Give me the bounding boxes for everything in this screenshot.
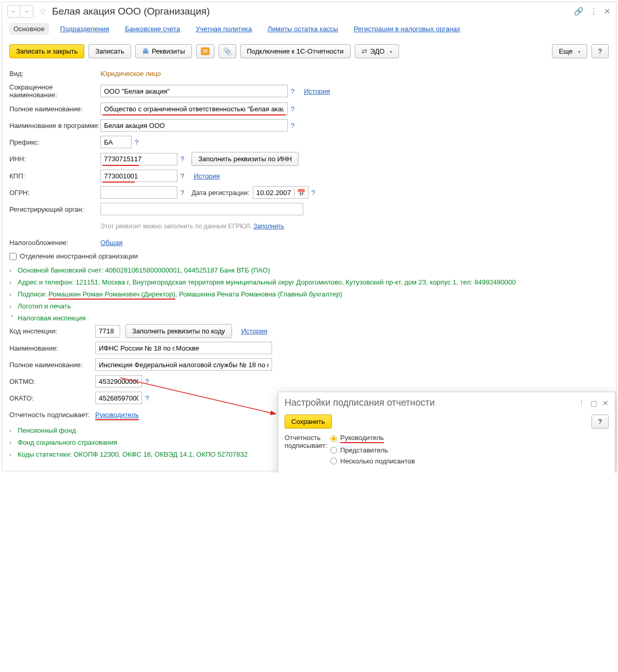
- edo-button[interactable]: ⇄ЭДО: [355, 44, 400, 58]
- help-button[interactable]: ?: [591, 44, 609, 58]
- kind-value: Юридическое лицо: [100, 70, 161, 77]
- chevron-down-icon: [388, 47, 392, 55]
- more-button[interactable]: Еще: [552, 44, 587, 58]
- chevron-right-icon: ›: [9, 303, 16, 309]
- full-name-label: Полное наименование:: [9, 105, 100, 113]
- help-icon[interactable]: ?: [291, 87, 294, 95]
- tab-accounting-policy[interactable]: Учетная политика: [191, 23, 256, 35]
- kebab-icon[interactable]: ⋮: [578, 399, 585, 407]
- radio-representative[interactable]: Представитель: [330, 446, 415, 454]
- history-link[interactable]: История: [241, 327, 267, 335]
- report-signer-label: Отчетность подписывает:: [9, 411, 95, 419]
- help-icon[interactable]: ?: [181, 172, 184, 180]
- save-button[interactable]: Записать: [88, 44, 131, 58]
- link-icon[interactable]: 🔗: [574, 7, 584, 16]
- maximize-icon[interactable]: ▢: [590, 399, 597, 407]
- connect-1c-button[interactable]: Подключение к 1С-Отчетности: [240, 44, 351, 58]
- insp-full-input[interactable]: [95, 358, 272, 371]
- print-icon: 🖶: [142, 47, 149, 55]
- dialog-help-button[interactable]: ?: [591, 415, 609, 429]
- save-close-button[interactable]: Записать и закрыть: [9, 44, 84, 58]
- prefix-label: Префикс:: [9, 138, 100, 146]
- dialog-signer-label: Отчетность подписывает:: [285, 434, 327, 449]
- oktmo-label: ОКТМО:: [9, 378, 95, 385]
- okato-input[interactable]: [95, 392, 142, 404]
- help-icon[interactable]: ?: [135, 138, 138, 146]
- full-name-input[interactable]: [100, 102, 288, 115]
- insp-name-label: Наименование:: [9, 344, 95, 352]
- close-icon[interactable]: ✕: [604, 7, 611, 16]
- tab-tax-registrations[interactable]: Регистрации в налоговых органах: [350, 23, 465, 35]
- paperclip-icon: 📎: [223, 47, 231, 55]
- kind-label: Вид:: [9, 70, 100, 77]
- logo-text: Логотип и печать: [18, 302, 71, 310]
- tab-divisions[interactable]: Подразделения: [56, 23, 114, 35]
- expand-signers[interactable]: ›Подписи: Ромашкин Роман Романович (Дире…: [9, 288, 609, 300]
- requisites-label: Реквизиты: [152, 47, 185, 55]
- prefix-input[interactable]: [100, 136, 132, 148]
- attach-button[interactable]: 📎: [218, 44, 236, 58]
- history-link[interactable]: История: [304, 87, 330, 95]
- expand-tax-office[interactable]: ›Налоговая инспекция: [9, 312, 609, 324]
- calendar-icon[interactable]: 📅: [294, 189, 308, 197]
- tab-cash-limits[interactable]: Лимиты остатка кассы: [263, 23, 342, 35]
- close-icon[interactable]: ✕: [602, 399, 609, 407]
- help-icon[interactable]: ?: [291, 105, 294, 113]
- insp-code-input[interactable]: [95, 325, 120, 338]
- signers-highlight: Ромашкин Роман Романович (Директор): [48, 290, 175, 300]
- insp-name-input[interactable]: [95, 342, 272, 354]
- foreign-branch-checkbox[interactable]: [9, 253, 17, 260]
- prog-name-label: Наименование в программе:: [9, 122, 100, 130]
- signers-prefix: Подписи:: [18, 290, 47, 298]
- fill-by-inn-button[interactable]: Заполнить реквизиты по ИНН: [191, 152, 299, 166]
- fill-by-code-button[interactable]: Заполнить реквизиты по коду: [125, 324, 232, 338]
- tab-bank-accounts[interactable]: Банковские счета: [121, 23, 184, 35]
- nav-back-button[interactable]: ←: [8, 6, 20, 17]
- history-link[interactable]: История: [194, 172, 220, 180]
- expand-address[interactable]: ›Адрес и телефон: 121151, Москва г, Внут…: [9, 276, 609, 288]
- fill-link[interactable]: Заполнить: [253, 223, 284, 230]
- inn-label: ИНН:: [9, 155, 100, 163]
- toolbar: Записать и закрыть Записать 🖶Реквизиты ✉…: [2, 39, 616, 63]
- radio-icon: [330, 447, 337, 454]
- favorite-icon[interactable]: ☆: [38, 6, 47, 17]
- mail-button[interactable]: ✉: [196, 44, 214, 58]
- tabs: Основное Подразделения Банковские счета …: [2, 21, 616, 39]
- short-name-input[interactable]: [100, 85, 288, 97]
- help-icon[interactable]: ?: [312, 189, 315, 197]
- reg-date-field[interactable]: [253, 187, 294, 198]
- help-icon[interactable]: ?: [145, 394, 149, 402]
- help-icon[interactable]: ?: [145, 378, 149, 385]
- requisites-button[interactable]: 🖶Реквизиты: [135, 44, 192, 58]
- chevron-right-icon: ›: [9, 267, 16, 274]
- oktmo-input[interactable]: [95, 375, 142, 387]
- help-icon[interactable]: ?: [181, 155, 184, 163]
- help-icon[interactable]: ?: [181, 189, 184, 197]
- expand-bank-account[interactable]: ›Основной банковский счет: 4060281061580…: [9, 264, 609, 276]
- nav-forward-button[interactable]: →: [20, 6, 33, 17]
- tab-main[interactable]: Основное: [9, 23, 49, 35]
- kebab-icon[interactable]: ⋮: [590, 7, 598, 16]
- bank-account-text: Основной банковский счет: 40602810615800…: [18, 266, 270, 274]
- radio-leader-label: Руководитель: [340, 434, 384, 443]
- dialog-save-button[interactable]: Сохранить: [285, 415, 332, 429]
- ogrn-input[interactable]: [100, 186, 177, 199]
- radio-leader[interactable]: Руководитель: [330, 434, 415, 443]
- chevron-down-icon: [576, 47, 581, 55]
- reg-org-input[interactable]: [100, 203, 303, 215]
- titlebar: ← → ☆ Белая акация ООО (Организация) 🔗 ⋮…: [2, 2, 616, 21]
- prog-name-input[interactable]: [100, 119, 288, 132]
- fss-text: Фонд социального страхования: [18, 438, 117, 446]
- help-icon[interactable]: ?: [291, 122, 294, 130]
- tax-mode-link[interactable]: Общая: [100, 239, 123, 247]
- inn-input[interactable]: [100, 153, 177, 165]
- kpp-input[interactable]: [100, 170, 177, 182]
- report-signer-link[interactable]: Руководитель: [95, 411, 139, 419]
- chevron-right-icon: ›: [9, 279, 16, 286]
- chevron-right-icon: ›: [9, 428, 16, 434]
- radio-multi-label: Несколько подписантов: [340, 457, 415, 465]
- expand-logo[interactable]: ›Логотип и печать: [9, 300, 609, 312]
- radio-multiple[interactable]: Несколько подписантов: [330, 457, 415, 465]
- chevron-right-icon: ›: [9, 291, 16, 298]
- radio-icon: [330, 435, 337, 442]
